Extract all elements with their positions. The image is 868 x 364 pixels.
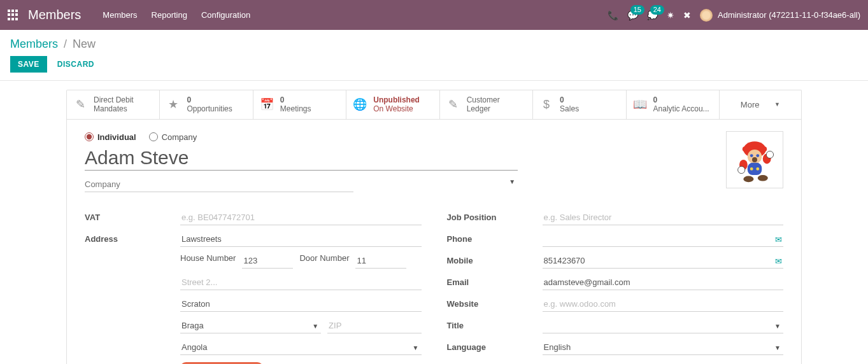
book-icon: 📖 (633, 97, 647, 111)
title-label: Title (447, 321, 543, 330)
breadcrumb-current: New (73, 38, 96, 50)
svg-point-4 (756, 154, 759, 157)
name-input[interactable] (85, 146, 518, 171)
job-input[interactable] (543, 210, 784, 225)
chevron-down-icon: ▼ (312, 322, 318, 329)
calendar-icon: 📅 (260, 97, 274, 111)
city-input[interactable] (180, 297, 422, 312)
form-sheet: Individual Company ▼ VAT Address (66, 119, 802, 364)
breadcrumb: Members / New (0, 30, 868, 53)
dollar-icon: $ (539, 98, 553, 111)
edit-icon: ✎ (73, 97, 87, 111)
action-row: SAVE DISCARD (0, 53, 868, 81)
mobile-label: Mobile (447, 256, 543, 265)
state-select[interactable] (180, 318, 321, 333)
radio-individual[interactable]: Individual (85, 132, 136, 142)
vat-label: VAT (85, 213, 180, 222)
topbar: Members Members Reporting Configuration … (0, 0, 868, 30)
menu-configuration[interactable]: Configuration (201, 10, 250, 20)
top-menu: Members Reporting Configuration (103, 10, 250, 20)
stat-meetings[interactable]: 📅 0Meetings (253, 90, 346, 119)
discard-button[interactable]: DISCARD (57, 60, 94, 69)
svg-rect-6 (748, 163, 762, 175)
svg-point-13 (743, 176, 753, 182)
job-label: Job Position (447, 213, 543, 222)
messages-icon[interactable]: 💬15 (627, 10, 638, 20)
chevron-down-icon: ▼ (413, 344, 419, 351)
conversations-badge: 24 (650, 5, 664, 15)
avatar-image[interactable] (726, 131, 783, 188)
website-label: Website (447, 299, 543, 309)
sms-icon[interactable]: ✉ (775, 256, 782, 265)
stat-website-publish[interactable]: 🌐 UnpublishedOn Website (346, 90, 439, 119)
avatar-icon (700, 9, 713, 22)
language-select[interactable] (543, 340, 784, 355)
save-button[interactable]: SAVE (10, 56, 47, 73)
svg-point-12 (766, 151, 773, 158)
phone-input[interactable] (543, 232, 784, 247)
sms-icon[interactable]: ✉ (775, 234, 782, 244)
stat-analytic[interactable]: 📖 0Analytic Accou... (627, 90, 720, 119)
menu-reporting[interactable]: Reporting (152, 10, 187, 20)
user-menu[interactable]: Administrator (472211-11-0-f34ae6-all) (700, 9, 860, 22)
email-label: Email (447, 277, 543, 287)
menu-members[interactable]: Members (103, 10, 137, 20)
street2-input[interactable] (180, 275, 422, 290)
phone-label: Phone (447, 234, 543, 244)
conversations-icon[interactable]: 💭24 (647, 10, 658, 20)
stat-row: ✎ Direct DebitMandates ★ 0Opportunities … (66, 90, 802, 119)
stat-direct-debit[interactable]: ✎ Direct DebitMandates (67, 90, 160, 119)
svg-point-11 (738, 166, 745, 173)
company-select[interactable] (85, 177, 353, 192)
door-number-input[interactable] (355, 253, 406, 269)
chevron-down-icon: ▼ (509, 178, 515, 185)
star-icon: ★ (166, 97, 180, 111)
edit-icon: ✎ (446, 97, 460, 111)
apps-icon[interactable] (8, 10, 19, 21)
stat-customer-ledger[interactable]: ✎ CustomerLedger (440, 90, 533, 119)
country-select[interactable] (180, 340, 422, 355)
breadcrumb-root[interactable]: Members (10, 38, 58, 50)
website-input[interactable] (543, 297, 784, 312)
svg-point-8 (756, 167, 759, 171)
brand: Members (28, 8, 81, 22)
phone-icon[interactable]: 📞 (608, 10, 618, 20)
vat-input[interactable] (180, 210, 422, 225)
user-name: Administrator (472211-11-0-f34ae6-all) (718, 10, 860, 20)
svg-point-14 (758, 175, 768, 181)
chevron-down-icon: ▼ (774, 322, 781, 329)
chevron-down-icon: ▼ (774, 344, 781, 351)
right-column: Job Position Phone✉ Mobile✉ Email Websit… (447, 209, 784, 364)
messages-badge: 15 (630, 5, 644, 15)
radio-company[interactable]: Company (149, 132, 197, 142)
svg-point-5 (752, 157, 757, 162)
zip-input[interactable] (327, 318, 421, 333)
left-column: VAT Address House Number Door Number (85, 209, 422, 364)
svg-point-3 (750, 154, 753, 157)
tools-icon[interactable]: ✖ (683, 10, 691, 20)
bug-icon[interactable]: ✷ (667, 10, 674, 20)
email-input[interactable] (543, 275, 784, 290)
stat-sales[interactable]: $ 0Sales (533, 90, 626, 119)
company-type-radios: Individual Company (85, 132, 783, 142)
globe-icon: 🌐 (353, 97, 367, 111)
house-number-input[interactable] (242, 253, 293, 269)
mobile-input[interactable] (543, 253, 784, 269)
address-label: Address (85, 234, 180, 244)
language-label: Language (447, 342, 543, 352)
title-select[interactable] (543, 318, 784, 333)
svg-point-7 (750, 167, 753, 171)
street-input[interactable] (180, 232, 422, 247)
more-button[interactable]: More ▼ (720, 90, 801, 119)
stat-opportunities[interactable]: ★ 0Opportunities (160, 90, 253, 119)
chevron-down-icon: ▼ (774, 101, 780, 108)
